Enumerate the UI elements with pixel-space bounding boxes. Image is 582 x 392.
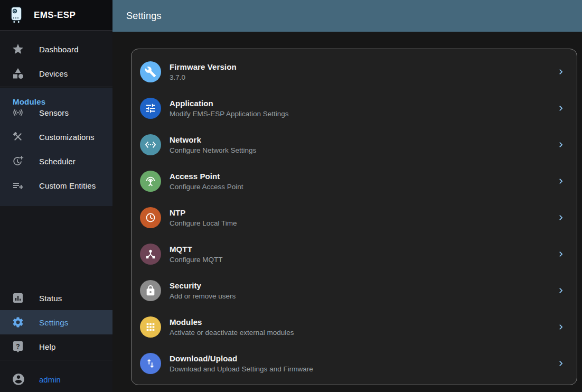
settings-card: Firmware Version 3.7.0 Application Modif…: [131, 49, 577, 385]
device-hub-icon: [140, 244, 161, 265]
sidebar-item-label: Dashboard: [39, 45, 79, 54]
sidebar-item-label: Sensors: [39, 108, 69, 117]
svg-text:?: ?: [16, 343, 20, 350]
sidebar-item-custom-entities[interactable]: Custom Entities: [0, 173, 112, 198]
row-subtitle: Configure MQTT: [170, 256, 223, 264]
sidebar-item-label: Custom Entities: [39, 181, 96, 190]
chevron-right-icon: [556, 103, 566, 114]
apps-grid-icon: [140, 316, 161, 338]
lock-icon: [140, 280, 161, 301]
more-time-icon: [12, 155, 24, 167]
row-title: Application: [170, 99, 289, 108]
row-subtitle: Modify EMS-ESP Application Settings: [170, 110, 289, 118]
appbar: Settings: [112, 0, 582, 32]
main-area: Settings Firmware Version 3.7.0: [112, 0, 582, 392]
row-title: Security: [170, 281, 236, 290]
sidebar-item-label: Devices: [39, 69, 68, 78]
sidebar-item-devices[interactable]: Devices: [0, 61, 112, 86]
row-subtitle: 3.7.0: [170, 73, 237, 81]
modules-section-header: Modules: [0, 88, 112, 100]
row-subtitle: Configure Network Settings: [170, 146, 256, 154]
settings-row-security[interactable]: Security Add or remove users: [132, 272, 577, 309]
star-icon: [12, 43, 24, 55]
sidebar-item-customizations[interactable]: Customizations: [0, 125, 112, 149]
app-logo-header: EMS-ESP: [0, 0, 112, 31]
account-circle-icon: [12, 372, 25, 386]
settings-row-network[interactable]: Network Configure Network Settings: [132, 126, 577, 163]
chevron-right-icon: [556, 322, 566, 332]
boiler-logo-icon: [8, 6, 24, 25]
sidebar-divider: [0, 87, 112, 87]
settings-row-mqtt[interactable]: MQTT Configure MQTT: [132, 236, 577, 272]
playlist-add-icon: [12, 179, 24, 192]
sidebar-item-help[interactable]: ? Help: [0, 334, 112, 359]
settings-row-application[interactable]: Application Modify EMS-ESP Application S…: [132, 90, 577, 126]
sidebar-item-label: Help: [39, 342, 55, 351]
row-subtitle: Add or remove users: [170, 292, 236, 300]
page-title: Settings: [126, 11, 162, 22]
sidebar-item-label: Scheduler: [39, 157, 76, 166]
row-title: Access Point: [170, 172, 243, 181]
sidebar-item-status[interactable]: Status: [0, 286, 112, 310]
row-title: Modules: [170, 318, 294, 326]
antenna-icon: [140, 171, 161, 192]
category-icon: [12, 67, 24, 80]
sidebar-modules-section: Modules Sensors Customizations: [0, 88, 112, 206]
chevron-right-icon: [556, 67, 566, 77]
app-title: EMS-ESP: [34, 10, 76, 21]
sidebar-user-admin[interactable]: admin: [0, 360, 112, 392]
row-title: Download/Upload: [170, 354, 313, 363]
sidebar-bottom-nav: Status Settings ? Help admin: [0, 286, 112, 392]
sidebar-primary-nav: Dashboard Devices: [0, 31, 112, 86]
row-title: NTP: [170, 208, 237, 217]
settings-ethernet-icon: [140, 134, 161, 155]
sidebar-item-label: Status: [39, 294, 62, 303]
sidebar: EMS-ESP Dashboard Devices Modules: [0, 0, 112, 392]
chevron-right-icon: [556, 212, 566, 223]
row-subtitle: Configure Access Point: [170, 183, 243, 191]
sidebar-item-label: Customizations: [39, 133, 95, 142]
import-export-icon: [140, 353, 161, 374]
chevron-right-icon: [556, 139, 566, 150]
settings-row-firmware-version[interactable]: Firmware Version 3.7.0: [132, 53, 577, 90]
settings-row-modules[interactable]: Modules Activate or deactivate external …: [132, 309, 577, 345]
row-title: Firmware Version: [170, 62, 237, 71]
row-subtitle: Configure Local Time: [170, 219, 237, 227]
sidebar-item-scheduler[interactable]: Scheduler: [0, 149, 112, 173]
chevron-right-icon: [556, 285, 566, 296]
tune-icon: [140, 98, 161, 119]
construction-icon: [12, 130, 24, 143]
user-name-label: admin: [39, 375, 61, 384]
wrench-icon: [140, 61, 161, 82]
row-subtitle: Download and Upload Settings and Firmwar…: [170, 365, 313, 373]
chevron-right-icon: [556, 249, 566, 259]
analytics-icon: [12, 292, 24, 304]
clock-icon: [140, 207, 161, 228]
sidebar-item-label: Settings: [39, 318, 68, 327]
row-title: Network: [170, 135, 256, 144]
chevron-right-icon: [556, 358, 566, 369]
gear-icon: [12, 316, 24, 329]
sensors-icon: [12, 106, 24, 119]
chevron-right-icon: [556, 176, 566, 186]
help-icon: ?: [12, 340, 24, 353]
settings-row-access-point[interactable]: Access Point Configure Access Point: [132, 163, 577, 199]
sidebar-item-settings[interactable]: Settings: [0, 310, 112, 334]
settings-content: Firmware Version 3.7.0 Application Modif…: [112, 32, 582, 392]
settings-row-download-upload[interactable]: Download/Upload Download and Upload Sett…: [132, 345, 577, 381]
settings-row-ntp[interactable]: NTP Configure Local Time: [132, 199, 577, 236]
row-title: MQTT: [170, 245, 223, 254]
sidebar-item-dashboard[interactable]: Dashboard: [0, 37, 112, 61]
row-subtitle: Activate or deactivate external modules: [170, 329, 294, 337]
